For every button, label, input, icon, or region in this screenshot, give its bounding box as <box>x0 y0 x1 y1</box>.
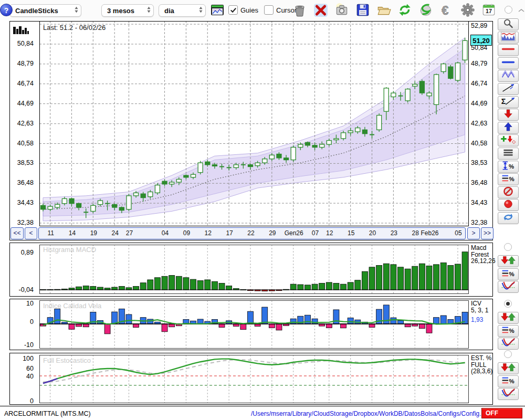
nav-last-button[interactable]: >> <box>481 227 494 239</box>
blue-line-icon <box>500 57 517 69</box>
toolbar-radio[interactable] <box>505 6 512 14</box>
sync-web-icon <box>418 10 433 19</box>
help-button[interactable]: ? <box>0 4 13 16</box>
panel-2-v-curve-button[interactable] <box>498 338 519 350</box>
date-axis-strip[interactable]: 1114192427040912172229Gen26071215202328F… <box>38 227 466 239</box>
chart-type-value: CandleSticks <box>15 7 71 15</box>
trash-button[interactable] <box>292 3 307 17</box>
refresh-icon <box>397 10 412 19</box>
x-tick-label: 29 <box>269 229 276 237</box>
sync-web-button[interactable] <box>418 3 433 17</box>
price-label-left: 36,48 <box>10 179 34 186</box>
open-folder-icon <box>376 10 391 19</box>
cursor-checkbox[interactable]: Cursor <box>264 5 297 15</box>
arrow-up-blue-button[interactable] <box>498 122 519 134</box>
delete-button[interactable] <box>313 3 328 17</box>
lines-percent-icon: % <box>500 268 517 280</box>
arrow-down-red-icon <box>500 109 517 121</box>
snapshot-button[interactable] <box>334 3 349 17</box>
icv-chart[interactable] <box>39 300 469 349</box>
x-tick-label: 12 <box>326 229 333 237</box>
checkbox-checked-icon <box>228 5 238 15</box>
panel-3-lines-percent-button[interactable]: % <box>498 375 519 387</box>
settings-button[interactable] <box>460 3 475 17</box>
zigzag-button[interactable] <box>498 70 519 82</box>
v-curve-icon <box>500 338 517 350</box>
panel-1-radio[interactable] <box>504 243 512 251</box>
swap-refresh-button[interactable] <box>498 212 519 224</box>
trend-arrow-button[interactable] <box>498 83 519 95</box>
record-button[interactable] <box>498 199 519 211</box>
guies-checkbox[interactable]: Guies <box>228 5 258 15</box>
app-window: CandleSticks ? 3 mesos dia Guies Cursor … <box>0 0 525 420</box>
panel-3-radio[interactable] <box>504 350 512 358</box>
toolbar: CandleSticks ? 3 mesos dia Guies Cursor … <box>0 0 525 20</box>
red-line-button[interactable] <box>498 44 519 56</box>
price-label-left: 50,84 <box>10 40 34 47</box>
period-select[interactable]: 3 mesos <box>101 4 154 17</box>
chart-window-icon <box>211 9 224 18</box>
list-lines-button[interactable] <box>498 148 519 160</box>
refresh-button[interactable] <box>397 3 412 17</box>
x-tick-label: 12 <box>205 229 212 237</box>
euro-button[interactable]: € <box>439 3 454 17</box>
price-label-left: 32,38 <box>10 219 34 226</box>
panel-2-radio[interactable] <box>504 300 512 308</box>
range-percent-button[interactable]: % <box>498 161 519 173</box>
macd-histogram-chart[interactable] <box>39 245 469 294</box>
price-label-right: 44,69 <box>471 100 494 107</box>
panel-y-label: 40 <box>10 373 34 380</box>
stochastic-chart[interactable] <box>39 355 469 403</box>
interval-select[interactable]: dia <box>159 4 206 17</box>
config-path-link[interactable]: /Users/mserra/Library/CloudStorage/Dropb… <box>251 410 520 417</box>
off-button[interactable]: OFF <box>481 408 522 418</box>
price-label-right: 48,79 <box>471 60 494 67</box>
tool-sidebar: Σ%%%%% <box>494 16 525 406</box>
panel-3-updown-pair-button[interactable] <box>498 362 519 374</box>
x-tick-label: 09 <box>183 229 190 237</box>
indicator-chart-button[interactable] <box>498 32 519 44</box>
blue-line-button[interactable] <box>498 57 519 69</box>
lines-percent-button[interactable]: % <box>498 173 519 185</box>
svg-text:€: € <box>442 4 448 17</box>
period-value: 3 mesos <box>107 7 143 15</box>
nav-first-button[interactable]: << <box>10 227 24 239</box>
arrow-down-red-button[interactable] <box>498 109 519 121</box>
panel-2-lines-percent-button[interactable]: % <box>498 325 519 337</box>
svg-text:Σ: Σ <box>501 97 506 105</box>
euro-icon: € <box>439 10 454 19</box>
panel-y-label: 0 <box>10 397 34 405</box>
candlestick-chart[interactable] <box>39 21 469 226</box>
panel-3-v-curve-button[interactable] <box>498 388 519 400</box>
nav-prev-button[interactable]: < <box>25 227 37 239</box>
checkbox-empty-icon <box>264 5 274 15</box>
volume-bars-icon[interactable] <box>13 24 30 37</box>
panel-1-v-curve-button[interactable] <box>498 281 519 293</box>
svg-text:17: 17 <box>486 8 492 14</box>
icv-value: 1,93 <box>471 317 483 323</box>
price-label-right: 50,84 <box>471 44 494 51</box>
trend-arrow-icon <box>500 83 517 95</box>
svg-text:%: % <box>509 271 514 277</box>
chart-window-button[interactable] <box>211 4 224 16</box>
svg-text:%: % <box>509 378 514 384</box>
chart-type-select[interactable]: CandleSticks <box>9 4 81 17</box>
forbid-button[interactable] <box>498 186 519 198</box>
nav-next-button[interactable]: > <box>467 227 480 239</box>
open-folder-button[interactable] <box>376 3 391 17</box>
x-tick-label: 24 <box>112 229 119 237</box>
panel-1-updown-pair-button[interactable] <box>498 255 519 267</box>
zoom-button[interactable] <box>498 18 519 30</box>
v-curve-icon <box>500 388 517 400</box>
x-tick-label: 14 <box>69 229 76 237</box>
indicator-chart-icon <box>500 32 517 44</box>
chevron-up-icon[interactable] <box>518 5 525 9</box>
save-button[interactable] <box>355 3 370 17</box>
settings-icon <box>460 10 475 19</box>
x-tick-label: 20 <box>369 229 376 237</box>
calendar-button[interactable]: 17 <box>481 3 496 17</box>
add-signal-button[interactable] <box>498 134 519 146</box>
sum-trend-button[interactable]: Σ <box>498 96 519 108</box>
panel-1-lines-percent-button[interactable]: % <box>498 268 519 280</box>
panel-2-updown-pair-button[interactable] <box>498 312 519 324</box>
